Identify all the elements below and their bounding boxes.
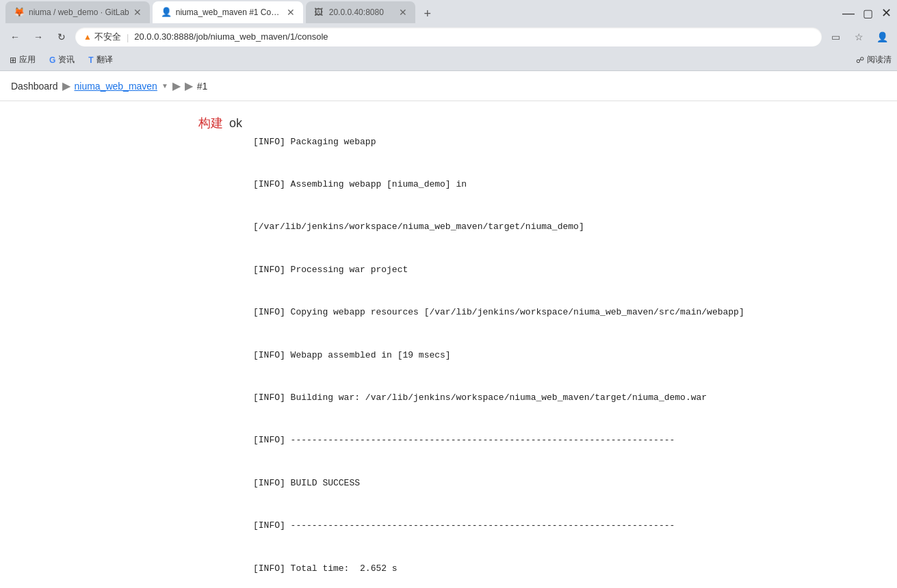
breadcrumb-dropdown-arrow[interactable]: ▼ <box>161 82 168 90</box>
breadcrumb-job-link[interactable]: niuma_web_maven <box>75 81 157 92</box>
translate-icon: T <box>88 55 93 65</box>
bookmark-apps[interactable]: ⊞ 应用 <box>5 53 40 67</box>
cast-button[interactable]: ▭ <box>826 27 845 46</box>
breadcrumb: Dashboard ▶ niuma_web_maven ▼ ▶ ▶ #1 <box>0 71 897 101</box>
console-line-1: [INFO] Packaging webapp <box>253 135 886 150</box>
address-input[interactable]: ▲ 不安全 | 20.0.0.30:8888/job/niuma_web_mav… <box>75 27 822 46</box>
reader-mode-button[interactable]: ☍ 阅读清 <box>856 54 892 66</box>
sidebar: 构建 ok <box>0 101 253 588</box>
news-icon: G <box>49 55 55 65</box>
breadcrumb-sep2: ▶ <box>172 79 181 92</box>
bookmarks-bar: ⊞ 应用 G 资讯 T 翻译 ☍ 阅读清 <box>0 51 897 71</box>
console-line-8: [INFO] ---------------------------------… <box>253 433 886 448</box>
tab-title-gitlab: niuma / web_demo · GitLab <box>29 8 129 17</box>
console-output: [INFO] Packaging webapp [INFO] Assemblin… <box>253 107 886 588</box>
console-line-5: [INFO] Copying webapp resources [/var/li… <box>253 306 886 320</box>
forward-button[interactable]: → <box>29 27 48 46</box>
tab-close-tomcat[interactable]: ✕ <box>399 7 407 18</box>
console-line-4: [INFO] Processing war project <box>253 263 886 278</box>
maximize-btn[interactable]: ▢ <box>863 7 873 20</box>
console-line-11: [INFO] Total time: 2.652 s <box>253 562 886 576</box>
tab-favicon-gitlab: 🦊 <box>14 7 25 18</box>
browser-chrome: — ▢ ✕ 🦊 niuma / web_demo · GitLab ✕ 👤 ni… <box>0 0 897 71</box>
bookmark-news-label: 资讯 <box>58 54 75 66</box>
tab-console[interactable]: 👤 niuma_web_maven #1 Console ✕ <box>153 1 303 23</box>
tab-title-tomcat: 20.0.0.40:8080 <box>329 8 395 17</box>
profile-button[interactable]: 👤 <box>872 27 892 46</box>
reader-mode-icon: ☍ <box>856 55 864 65</box>
bookmark-translate-label: 翻译 <box>96 54 113 66</box>
apps-icon: ⊞ <box>10 55 16 65</box>
reader-mode-label: 阅读清 <box>867 54 892 66</box>
minimize-btn[interactable]: — <box>842 6 855 21</box>
main-layout: 构建 ok [INFO] Packaging webapp [INFO] Ass… <box>0 101 897 588</box>
bookmark-apps-label: 应用 <box>19 54 36 66</box>
security-warning-icon: ▲ <box>83 32 92 42</box>
console-line-3: [/var/lib/jenkins/workspace/niuma_web_ma… <box>253 220 886 235</box>
address-security-text: 不安全 <box>94 31 121 43</box>
console-line-2: [INFO] Assembling webapp [niuma_demo] in <box>253 178 886 192</box>
build-label: 构建 <box>198 116 223 130</box>
breadcrumb-sep1: ▶ <box>62 79 70 92</box>
new-tab-button[interactable]: + <box>418 4 437 23</box>
breadcrumb-sep3: ▶ <box>185 79 193 92</box>
tab-close-console[interactable]: ✕ <box>287 7 295 18</box>
console-line-10: [INFO] ---------------------------------… <box>253 519 886 533</box>
build-status-text: 构建 ok <box>198 116 242 130</box>
tab-gitlab[interactable]: 🦊 niuma / web_demo · GitLab ✕ <box>5 1 150 23</box>
address-bar-row: ← → ↻ ▲ 不安全 | 20.0.0.30:8888/job/niuma_w… <box>0 23 897 51</box>
breadcrumb-build-num: #1 <box>197 81 208 92</box>
tab-favicon-console: 👤 <box>161 7 172 18</box>
tab-favicon-tomcat: 🖼 <box>314 7 325 18</box>
address-separator: | <box>127 32 129 42</box>
back-button[interactable]: ← <box>5 27 25 46</box>
build-status-indicator: 构建 ok <box>198 115 242 131</box>
console-area: [INFO] Packaging webapp [INFO] Assemblin… <box>253 101 897 588</box>
address-url: 20.0.0.30:8888/job/niuma_web_maven/1/con… <box>134 27 328 46</box>
page-content: Dashboard ▶ niuma_web_maven ▼ ▶ ▶ #1 构建 … <box>0 71 897 588</box>
bookmark-news[interactable]: G 资讯 <box>45 53 79 67</box>
console-line-6: [INFO] Webapp assembled in [19 msecs] <box>253 349 886 363</box>
bookmark-translate[interactable]: T 翻译 <box>84 53 116 67</box>
tab-title-console: niuma_web_maven #1 Console <box>176 8 283 17</box>
tab-tomcat[interactable]: 🖼 20.0.0.40:8080 ✕ <box>306 1 415 23</box>
build-ok: ok <box>229 116 242 130</box>
breadcrumb-dashboard: Dashboard <box>11 81 58 92</box>
tab-close-gitlab[interactable]: ✕ <box>133 7 142 18</box>
bookmark-star-button[interactable]: ☆ <box>849 27 868 46</box>
console-line-9: [INFO] BUILD SUCCESS <box>253 477 886 491</box>
reload-button[interactable]: ↻ <box>52 27 71 46</box>
console-line-7: [INFO] Building war: /var/lib/jenkins/wo… <box>253 391 886 405</box>
close-btn[interactable]: ✕ <box>881 5 892 21</box>
